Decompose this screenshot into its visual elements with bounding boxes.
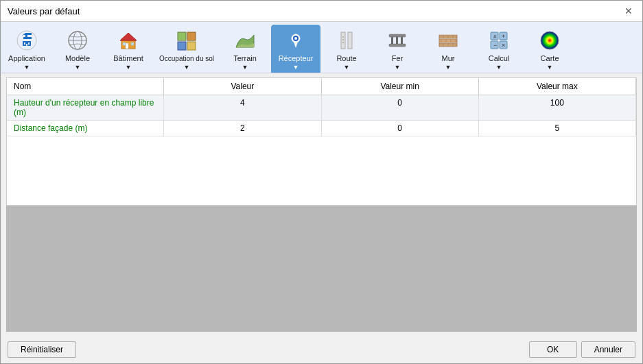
recepteur-label: Récepteur xyxy=(279,54,314,63)
row2-valeur-max: 5 xyxy=(479,121,636,136)
toolbar-item-batiment[interactable]: Bâtiment ▼ xyxy=(104,25,153,73)
terrain-label: Terrain xyxy=(233,54,257,63)
carte-icon xyxy=(537,28,562,53)
header-nom: Nom xyxy=(7,78,164,95)
toolbar-item-application[interactable]: Application ▼ xyxy=(2,25,51,73)
table-header: Nom Valeur Valeur min Valeur max xyxy=(7,78,636,95)
terrain-chevron: ▼ xyxy=(242,64,248,71)
modele-label: Modèle xyxy=(65,54,90,63)
ok-button[interactable]: OK xyxy=(529,341,577,358)
recepteur-icon xyxy=(283,28,308,53)
occupation-label: Occupation du sol xyxy=(159,55,214,63)
table-body: Hauteur d'un récepteur en champ libre (m… xyxy=(7,95,636,204)
bottom-bar: Réinitialiser OK Annuler xyxy=(1,336,642,363)
route-chevron: ▼ xyxy=(344,64,350,71)
toolbar-item-mur[interactable]: Mur ▼ xyxy=(423,25,473,73)
toolbar-item-route[interactable]: Route ▼ xyxy=(322,25,371,73)
svg-rect-14 xyxy=(187,42,196,50)
dialog: Valeurs par défaut ✕ Application ▼ xyxy=(0,0,643,364)
toolbar-item-carte[interactable]: Carte ▼ xyxy=(525,25,574,73)
svg-point-17 xyxy=(294,37,297,40)
svg-rect-1 xyxy=(24,43,25,45)
row1-nom: Hauteur d'un récepteur en champ libre (m… xyxy=(7,95,164,120)
carte-chevron: ▼ xyxy=(547,64,553,71)
svg-rect-24 xyxy=(396,37,398,44)
occupation-icon xyxy=(174,29,199,53)
carte-label: Carte xyxy=(541,54,559,63)
svg-rect-19 xyxy=(348,32,352,49)
svg-rect-12 xyxy=(187,32,196,40)
svg-rect-21 xyxy=(389,34,406,37)
header-valeur-min: Valeur min xyxy=(322,78,479,95)
svg-point-49 xyxy=(541,32,559,49)
application-icon xyxy=(14,28,39,53)
toolbar-item-calcul[interactable]: # + × − Calcul ▼ xyxy=(474,25,524,73)
header-valeur: Valeur xyxy=(164,78,321,95)
empty-area xyxy=(6,206,637,332)
svg-rect-22 xyxy=(389,44,406,47)
cancel-button[interactable]: Annuler xyxy=(581,341,635,358)
row2-valeur-min: 0 xyxy=(322,121,479,136)
reset-button[interactable]: Réinitialiser xyxy=(8,341,76,358)
main-content: Nom Valeur Valeur min Valeur max Hauteur… xyxy=(6,77,637,205)
occupation-chevron: ▼ xyxy=(184,64,190,71)
svg-rect-2 xyxy=(28,43,30,45)
calcul-icon: # + × − xyxy=(487,28,511,53)
table-row: Distance façade (m) 2 0 5 xyxy=(7,121,636,136)
modele-chevron: ▼ xyxy=(75,64,81,71)
svg-rect-23 xyxy=(391,37,393,44)
svg-text:−: − xyxy=(493,42,497,49)
svg-rect-25 xyxy=(401,37,403,44)
toolbar-item-fer[interactable]: Fer ▼ xyxy=(373,25,422,73)
toolbar-item-recepteur[interactable]: Récepteur ▼ xyxy=(271,25,320,73)
batiment-icon xyxy=(116,28,141,53)
toolbar-item-modele[interactable]: Modèle ▼ xyxy=(53,25,102,73)
svg-rect-11 xyxy=(178,32,186,40)
batiment-label: Bâtiment xyxy=(113,54,143,63)
terrain-icon xyxy=(233,28,257,53)
toolbar: Application ▼ Modèle ▼ xyxy=(1,22,642,73)
svg-text:+: + xyxy=(502,33,505,40)
table-row: Hauteur d'un récepteur en champ libre (m… xyxy=(7,95,636,121)
row2-valeur: 2 xyxy=(164,121,321,136)
title-bar: Valeurs par défaut ✕ xyxy=(1,1,642,22)
calcul-chevron: ▼ xyxy=(496,64,502,71)
close-button[interactable]: ✕ xyxy=(622,5,635,17)
svg-rect-9 xyxy=(123,43,126,45)
svg-text:×: × xyxy=(502,42,505,49)
route-icon xyxy=(334,28,359,53)
fer-icon xyxy=(385,28,410,53)
row2-nom: Distance façade (m) xyxy=(7,121,164,136)
application-chevron: ▼ xyxy=(24,64,30,71)
svg-text:#: # xyxy=(493,34,497,40)
svg-rect-8 xyxy=(126,43,128,49)
mur-chevron: ▼ xyxy=(445,64,452,71)
row1-valeur-max: 100 xyxy=(479,95,636,120)
header-valeur-max: Valeur max xyxy=(479,78,636,95)
svg-rect-13 xyxy=(178,42,186,50)
fer-label: Fer xyxy=(392,54,404,63)
route-label: Route xyxy=(336,54,356,63)
mur-icon xyxy=(436,28,460,53)
svg-rect-27 xyxy=(439,39,457,43)
calcul-label: Calcul xyxy=(489,54,510,63)
svg-marker-7 xyxy=(120,33,137,40)
svg-rect-10 xyxy=(131,43,134,45)
recepteur-chevron: ▼ xyxy=(293,64,299,71)
batiment-chevron: ▼ xyxy=(126,64,132,71)
dialog-title: Valeurs par défaut xyxy=(8,6,80,16)
mur-label: Mur xyxy=(442,54,455,63)
modele-icon xyxy=(65,28,90,53)
toolbar-item-terrain[interactable]: Terrain ▼ xyxy=(220,25,270,73)
row1-valeur-min: 0 xyxy=(322,95,479,120)
application-label: Application xyxy=(8,54,45,63)
row1-valeur: 4 xyxy=(164,95,321,120)
fer-chevron: ▼ xyxy=(395,64,401,71)
toolbar-item-occupation[interactable]: Occupation du sol ▼ xyxy=(154,25,219,73)
